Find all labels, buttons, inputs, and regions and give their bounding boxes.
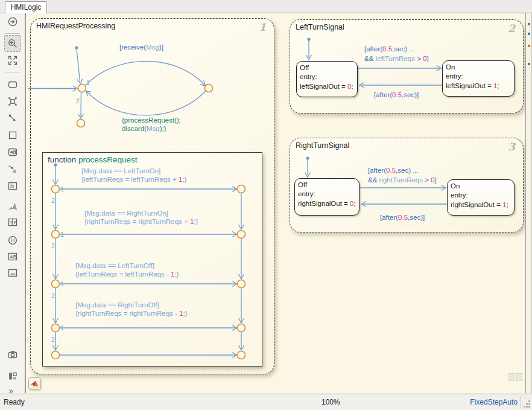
status-bar: Ready 100% FixedStepAuto bbox=[0, 394, 532, 410]
transition-label-right-on-2[interactable]: && rightTurnReqs > 0] bbox=[368, 176, 437, 185]
state-left-off[interactable]: Offentry:leftSignalOut = 0; bbox=[296, 61, 358, 97]
svg-text:T: T bbox=[10, 220, 13, 225]
state-title[interactable]: RightTurnSignal bbox=[296, 141, 349, 150]
resize-grip[interactable] bbox=[524, 400, 531, 409]
palette-separator bbox=[5, 33, 20, 34]
tab-bar: HMILogic bbox=[0, 0, 532, 13]
status-zoom-level: 100% bbox=[321, 398, 340, 406]
function-signature[interactable]: function processRequest bbox=[48, 155, 138, 164]
svg-text:F: F bbox=[14, 220, 17, 225]
execution-order-badge: 3 bbox=[508, 141, 515, 153]
simulink-function-tool-icon[interactable] bbox=[5, 199, 21, 214]
default-transition-tool-icon[interactable] bbox=[5, 111, 21, 126]
scroll-corner bbox=[516, 373, 522, 381]
transition-label-receive[interactable]: [receive(Msg)] bbox=[119, 43, 163, 52]
zoom-in-icon[interactable] bbox=[5, 36, 21, 51]
scroll-corner bbox=[508, 373, 515, 381]
state-title[interactable]: HMIRequestProcessing bbox=[36, 22, 115, 30]
palette-separator bbox=[5, 72, 20, 72]
graphical-function-tool-icon[interactable] bbox=[5, 161, 21, 177]
truth-table-tool-icon[interactable]: TF bbox=[5, 214, 21, 230]
transition-label-left-on-1[interactable]: [after(0.5,sec) ... bbox=[364, 45, 415, 54]
tab-hmilogic[interactable]: HMILogic bbox=[5, 1, 47, 14]
image-tool-icon[interactable] bbox=[5, 265, 21, 281]
svg-text:A: A bbox=[10, 254, 13, 260]
transition-label-process[interactable]: {processRequest();discard(Msg);} bbox=[122, 117, 181, 133]
transition-label-left-off[interactable]: [after(0.5,sec)] bbox=[374, 91, 419, 100]
object-palette: fx TF H A » bbox=[0, 13, 25, 393]
state-tool-icon[interactable] bbox=[5, 77, 21, 92]
tab-label: HMILogic bbox=[11, 3, 42, 11]
chart-canvas[interactable]: HMIRequestProcessing 1 LeftTurnSignal 2 … bbox=[25, 13, 526, 393]
status-solver[interactable]: FixedStepAuto bbox=[470, 398, 518, 406]
state-title[interactable]: LeftTurnSignal bbox=[296, 23, 344, 31]
box-tool-icon[interactable] bbox=[5, 127, 21, 143]
svg-text:fx: fx bbox=[10, 183, 14, 189]
fn-row3-label[interactable]: [Msg.data == LeftTurnOff]{leftTurnReqs =… bbox=[75, 262, 179, 278]
fn-row1-label[interactable]: [Msg.data == LeftTurnOn]{leftTurnReqs = … bbox=[81, 167, 186, 184]
matlab-language-badge[interactable] bbox=[28, 377, 41, 390]
state-left-on[interactable]: Onentry:leftSignalOut = 1; bbox=[442, 60, 515, 97]
graphical-function-processrequest[interactable]: function processRequest bbox=[42, 152, 262, 367]
transition-label-right-off[interactable]: [after(0.5,sec)] bbox=[380, 214, 425, 222]
state-right-on[interactable]: Onentry:rightSignalOut = 1; bbox=[447, 179, 515, 216]
execution-order-badge: 1 bbox=[259, 21, 266, 33]
fit-to-view-icon[interactable] bbox=[5, 53, 21, 68]
annotation-tool-icon[interactable]: A bbox=[5, 249, 21, 264]
history-junction-tool-icon[interactable]: H bbox=[5, 232, 21, 248]
fn-row2-label[interactable]: [Msg.data == RightTurnOn]{rightTurnReqs … bbox=[84, 210, 198, 226]
execution-order-badge: 2 bbox=[508, 22, 515, 34]
matlab-function-tool-icon[interactable]: fx bbox=[5, 178, 21, 194]
state-right-off[interactable]: Offentry:rightSignalOut = 0; bbox=[294, 178, 359, 216]
status-separator bbox=[521, 396, 521, 409]
navigate-forward-icon[interactable] bbox=[5, 14, 21, 30]
transition-label-left-on-2[interactable]: && leftTurnReqs > 0] bbox=[364, 55, 429, 63]
junction-tool-icon[interactable] bbox=[5, 94, 21, 109]
matlab-logo-icon bbox=[30, 380, 39, 388]
svg-text:H: H bbox=[11, 237, 14, 243]
pattern-wizard-icon[interactable] bbox=[5, 368, 21, 384]
status-ready: Ready bbox=[4, 398, 25, 406]
right-edge-panel bbox=[527, 13, 532, 393]
simulink-state-tool-icon[interactable] bbox=[5, 144, 21, 160]
screenshot-icon[interactable] bbox=[5, 347, 21, 362]
fn-row4-label[interactable]: [Msg.data == RightTurnOff]{rightTurnReqs… bbox=[75, 301, 188, 318]
transition-label-right-on-1[interactable]: [after(0.5,sec) ... bbox=[368, 167, 419, 175]
